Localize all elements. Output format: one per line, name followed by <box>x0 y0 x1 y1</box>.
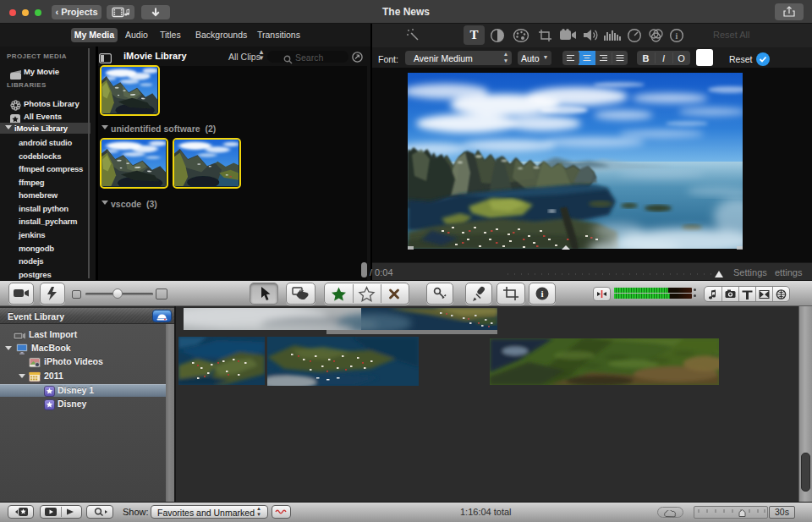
svg-text:i: i <box>676 31 678 41</box>
svg-text:B: B <box>643 53 650 63</box>
svg-text:I: I <box>662 53 665 63</box>
svg-text:i: i <box>540 288 543 299</box>
svg-text:O: O <box>678 53 685 63</box>
